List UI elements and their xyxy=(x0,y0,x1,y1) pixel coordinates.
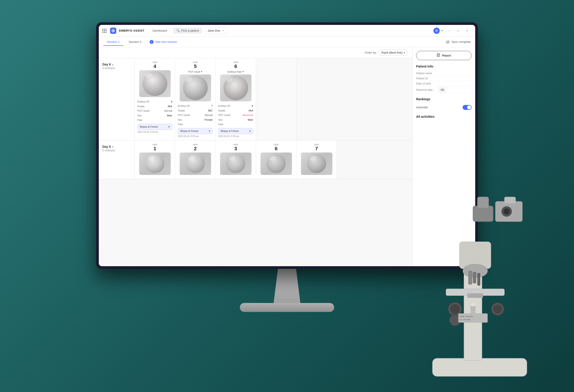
day6-chevron-icon: ▲ xyxy=(112,63,114,66)
retrieval-date-input[interactable]: 05/ xyxy=(439,87,447,93)
app-name: EMBRYO ASSIST xyxy=(119,29,144,32)
embryo-image-7[interactable] xyxy=(180,75,211,101)
fate-chevron-icon: ▾ xyxy=(249,130,251,132)
embryo-image-day5-1[interactable] xyxy=(139,152,171,175)
search-tab[interactable]: 🔍 Find a patient xyxy=(173,28,202,34)
fate-date-6: 2022-05-26, 8:30 am xyxy=(218,135,253,137)
window-controls: − □ × xyxy=(445,27,472,34)
embryo-circle xyxy=(307,154,326,173)
rank-number: 6 xyxy=(259,146,293,152)
day5-chevron-icon: ▲ xyxy=(112,145,114,148)
ranking-title: Rankings xyxy=(416,97,472,101)
fate-date-8: 2022-05-26, 8:30 am xyxy=(137,131,172,133)
embryo-info-8: Embryo ID: 8 Grade: 4BA PGT xyxy=(137,99,172,122)
user-avatar[interactable]: D xyxy=(433,28,440,34)
search-label: Find a patient xyxy=(181,29,199,32)
order-bar: Order by: Rank (Best first) ▾ xyxy=(99,47,412,58)
rank-number: 6 xyxy=(218,63,253,69)
embryo-fate-badge[interactable]: Embryo Fate ▾ xyxy=(218,70,253,73)
rank-number: 2 xyxy=(178,146,213,152)
day5-group: Day 5 ▲ 5 embryos rank 1 xyxy=(99,140,412,179)
embryo-card-day6-rank6: rank 6 Embryo Fate ▾ xyxy=(216,58,256,140)
grid-icon[interactable] xyxy=(102,29,106,33)
activities-title: All activities xyxy=(416,115,472,118)
close-button[interactable]: × xyxy=(463,27,472,34)
rank-label: rank xyxy=(137,143,172,146)
maximize-button[interactable]: □ xyxy=(454,27,463,34)
rank-label: rank xyxy=(218,143,253,146)
day6-count: 3 embryos xyxy=(102,67,131,70)
automatic-toggle[interactable] xyxy=(463,105,472,110)
microscope-overlay: SIGMA STARTECH S100-3RD360ROM xyxy=(410,184,556,381)
fate-select-6[interactable]: Biopsy & Freeze ▾ xyxy=(218,128,253,134)
embryo-card-day5-rank6: rank 6 xyxy=(256,140,296,179)
svg-point-18 xyxy=(493,304,502,314)
fate-date-7: 2022-05-26, 8:30 am xyxy=(178,135,213,137)
rank-number: 7 xyxy=(299,146,334,152)
embryo-image-8[interactable] xyxy=(139,70,171,97)
add-session-button[interactable]: + Add new session xyxy=(147,38,180,45)
order-select-value: Rank (Best first) xyxy=(382,51,402,54)
patient-id-row: Patient ID xyxy=(416,76,472,81)
nav-dashboard[interactable]: Dashboard xyxy=(149,28,170,34)
embryo-card-day5-rank2: rank 2 xyxy=(175,140,216,179)
fate-select-7[interactable]: Biopsy & Freeze ▾ xyxy=(178,128,213,134)
activities-section: All activities xyxy=(416,115,472,118)
patient-info-title: Patient Info xyxy=(416,65,472,68)
minimize-button[interactable]: − xyxy=(445,27,454,34)
toggle-knob xyxy=(467,105,471,110)
session-bar: Session 1 Session 2 + Add new session xyxy=(99,37,475,47)
day5-embryo-grid: rank 1 rank 2 xyxy=(135,140,412,179)
chevron-down-icon[interactable]: ▾ xyxy=(442,29,443,32)
session-tab-1[interactable]: Session 1 xyxy=(103,38,123,46)
svg-point-15 xyxy=(450,304,460,314)
order-select[interactable]: Rank (Best first) ▾ xyxy=(379,50,408,56)
session-tab-2[interactable]: Session 2 xyxy=(125,38,145,46)
svg-rect-25 xyxy=(467,293,483,298)
fate-select-8[interactable]: Biopsy & Freeze ▾ xyxy=(137,124,172,130)
embryo-image-day5-5[interactable] xyxy=(301,152,332,175)
tab-close-button[interactable]: × xyxy=(222,29,225,33)
patient-tab[interactable]: Jane Doe × xyxy=(205,27,228,34)
day6-group: Day 6 ▲ 3 embryos rank 4 xyxy=(99,58,412,140)
embryo-circle xyxy=(186,154,205,173)
embryo-image-day5-3[interactable] xyxy=(220,152,251,175)
svg-rect-6 xyxy=(432,358,527,376)
ranking-section: Rankings Automatic xyxy=(416,97,472,111)
embryo-circle xyxy=(226,154,245,173)
svg-rect-11 xyxy=(473,272,476,283)
sync-complete-indicator[interactable]: Sync complete xyxy=(445,39,471,44)
rank-number: 4 xyxy=(137,63,172,69)
automatic-label: Automatic xyxy=(416,106,428,109)
svg-rect-20 xyxy=(477,197,489,208)
svg-point-30 xyxy=(470,303,476,306)
embryo-info-7: Embryo ID: 7 Grade: 3BC PGT xyxy=(178,104,213,127)
report-button[interactable]: Report xyxy=(416,51,472,60)
embryo-info-6: Embryo ID: 6 Grade: 4AA PGT xyxy=(218,104,253,127)
titlebar-right: D ▾ − □ × xyxy=(433,27,472,34)
svg-text:S100-3RD360ROM: S100-3RD360ROM xyxy=(459,319,471,320)
sync-icon xyxy=(445,39,450,44)
embryo-image-6[interactable] xyxy=(220,75,251,101)
patient-tab-label: Jane Doe xyxy=(208,29,220,32)
embryo-card-day5-rank1: rank 1 xyxy=(135,140,175,179)
pgt-result-badge[interactable]: PGT result ▾ xyxy=(178,70,213,73)
svg-rect-10 xyxy=(469,271,472,284)
automatic-ranking-row: Automatic xyxy=(416,104,472,111)
day6-label: Day 6 ▲ 3 embryos xyxy=(99,58,135,140)
embryo-image-day5-4[interactable] xyxy=(261,152,292,175)
dob-row: Date of birth xyxy=(416,81,472,86)
rank-label: rank xyxy=(178,61,213,63)
rank-number: 3 xyxy=(218,146,253,152)
day6-title[interactable]: Day 6 ▲ xyxy=(102,63,131,66)
svg-point-1 xyxy=(113,30,114,31)
fate-badge-chevron-icon: ▾ xyxy=(243,70,244,73)
embryo-image-day5-2[interactable] xyxy=(180,152,211,175)
add-circle-icon: + xyxy=(150,40,154,44)
svg-point-24 xyxy=(504,208,510,215)
order-chevron-icon: ▾ xyxy=(404,51,405,54)
rank-label: rank xyxy=(178,143,213,146)
rank-number: 5 xyxy=(178,63,213,69)
day5-title[interactable]: Day 5 ▲ xyxy=(102,145,131,149)
fate-chevron-icon: ▾ xyxy=(209,130,210,132)
